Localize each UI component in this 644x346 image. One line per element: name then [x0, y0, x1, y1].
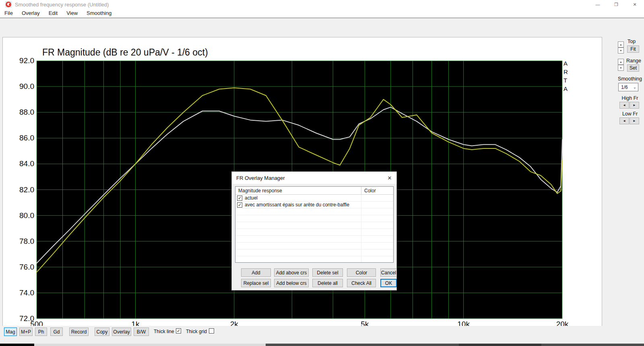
overlay-empty-row — [235, 256, 393, 263]
y-tick-label: 78.0 — [3, 237, 34, 246]
toolbar-button-overlay[interactable]: Overlay — [112, 327, 131, 336]
overlay-empty-row — [235, 215, 393, 222]
right-control-panel: ▲ ▼ Top Fit ▲ ▼ Range Set Smoothing 1/6 … — [616, 37, 644, 134]
menu-bar: FileOverlayEditViewSmoothing — [0, 9, 644, 18]
y-tick-label: 74.0 — [3, 288, 34, 297]
low-fr-left-button[interactable]: ◄ — [619, 117, 629, 124]
top-spin-down-button[interactable]: ▼ — [618, 47, 624, 54]
arta-watermark-letter: T — [564, 76, 568, 84]
arrow-left-icon: ◄ — [623, 119, 626, 123]
toolbar-button-ph[interactable]: Ph — [35, 327, 47, 336]
delete-all-button[interactable]: Delete all — [312, 279, 343, 287]
y-tick-label: 76.0 — [3, 263, 34, 272]
low-fr-label: Low Fr — [621, 111, 638, 117]
check-all-button[interactable]: Check All — [347, 279, 376, 287]
overlay-empty-row — [235, 249, 393, 256]
overlay-checkbox[interactable]: ✓ — [237, 196, 242, 201]
taskbar-segment[interactable] — [266, 344, 459, 346]
add-button[interactable]: Add — [241, 268, 271, 277]
y-tick-label: 90.0 — [3, 82, 34, 91]
smoothing-dropdown[interactable]: 1/6 ⌄ — [618, 83, 638, 91]
close-button[interactable]: ✕ — [625, 0, 644, 9]
delete-sel-button[interactable]: Delete sel — [312, 268, 343, 277]
toolbar-button-record[interactable]: Record — [69, 327, 89, 336]
add-above-crs-button[interactable]: Add above crs — [274, 268, 309, 277]
range-spin-up-button[interactable]: ▲ — [618, 59, 624, 65]
spin-up-icon: ▲ — [620, 61, 622, 63]
overlay-empty-row — [235, 222, 393, 229]
y-tick-label: 92.0 — [3, 56, 34, 65]
chart-title: FR Magnitude (dB re 20 uPa/V - 1/6 oct) — [42, 47, 208, 58]
overlay-label: avec amortissant épais sur arête du cont… — [245, 202, 349, 208]
arrow-right-icon: ► — [633, 103, 636, 107]
overlay-list-header: Magnitude response Color — [235, 187, 393, 195]
color-button[interactable]: Color — [347, 268, 376, 277]
taskbar-segment[interactable] — [34, 344, 266, 346]
taskbar-segment[interactable] — [459, 344, 541, 346]
top-label: Top — [627, 39, 636, 44]
range-label: Range — [626, 58, 641, 64]
menu-item-smoothing[interactable]: Smoothing — [82, 9, 116, 18]
low-fr-right-button[interactable]: ► — [630, 117, 639, 124]
y-tick-label: 86.0 — [3, 134, 34, 142]
arta-watermark-letter: R — [564, 68, 568, 76]
taskbar-segment[interactable] — [541, 344, 644, 346]
toolbar-button-gd[interactable]: Gd — [50, 327, 63, 336]
bottom-toolbar: Thick line ✓ Thick grid MagM+PPhGdRecord… — [0, 326, 644, 344]
add-below-crs-button[interactable]: Add below crs — [274, 279, 309, 287]
thick-grid-label: Thick grid — [186, 329, 207, 334]
minimize-button[interactable]: — — [588, 0, 607, 9]
high-fr-right-button[interactable]: ► — [630, 102, 639, 109]
arta-watermark-letter: A — [564, 59, 568, 68]
overlay-row[interactable]: ✓actuel — [235, 195, 393, 202]
dialog-title-bar: FR Overlay Manager ✕ — [232, 172, 396, 184]
overlay-row[interactable]: ✓avec amortissant épais sur arête du con… — [235, 202, 393, 208]
dialog-close-icon[interactable]: ✕ — [383, 172, 396, 184]
toolbar-button-mp[interactable]: M+P — [19, 327, 33, 336]
arrow-left-icon: ◄ — [623, 103, 626, 107]
menu-item-edit[interactable]: Edit — [44, 9, 62, 18]
smoothing-label: Smoothing — [617, 76, 643, 82]
y-tick-label: 84.0 — [3, 159, 34, 168]
taskbar-sliver — [0, 344, 644, 346]
restore-button[interactable]: ❐ — [607, 0, 625, 9]
thick-line-checkbox[interactable]: ✓ — [176, 328, 181, 334]
menu-item-file[interactable]: File — [0, 9, 17, 18]
dialog-title: FR Overlay Manager — [236, 175, 285, 181]
title-bar: Smoothed frequency response (Untitled) —… — [0, 0, 644, 9]
column-magnitude-response: Magnitude response — [235, 187, 361, 194]
cancel-button[interactable]: Cancel — [380, 268, 397, 277]
toolbar-button-bw[interactable]: B/W — [134, 327, 149, 336]
chevron-down-icon: ⌄ — [632, 85, 638, 89]
toolbar-button-copy[interactable]: Copy — [95, 327, 109, 336]
window-title: Smoothed frequency response (Untitled) — [15, 2, 109, 8]
app-logo-icon — [5, 1, 12, 8]
overlay-empty-row — [235, 236, 393, 243]
overlay-empty-row — [235, 243, 393, 249]
client-area: FR Magnitude (dB re 20 uPa/V - 1/6 oct) … — [0, 19, 644, 344]
overlay-empty-row — [235, 229, 393, 236]
overlay-label: actuel — [245, 195, 258, 201]
top-spin-up-button[interactable]: ▲ — [618, 41, 624, 47]
set-button[interactable]: Set — [627, 64, 639, 72]
range-spin-down-button[interactable]: ▼ — [618, 65, 624, 71]
fit-button[interactable]: Fit — [627, 45, 639, 53]
high-fr-left-button[interactable]: ◄ — [619, 102, 629, 109]
replace-sel-button[interactable]: Replace sel — [241, 279, 271, 287]
column-color: Color — [361, 187, 393, 194]
thick-grid-checkbox[interactable] — [209, 328, 214, 334]
ok-button[interactable]: OK — [380, 279, 397, 287]
arta-watermark-letter: A — [564, 84, 568, 93]
fr-overlay-manager-dialog: FR Overlay Manager ✕ Magnitude response … — [231, 171, 397, 290]
spin-down-icon: ▼ — [620, 67, 622, 69]
overlay-list[interactable]: Magnitude response Color ✓actuel✓avec am… — [235, 186, 394, 263]
high-fr-label: High Fr — [621, 95, 638, 101]
thick-line-label: Thick line — [154, 329, 174, 334]
taskbar-segment[interactable] — [0, 344, 34, 346]
arta-watermark: ARTA — [564, 59, 568, 93]
menu-item-view[interactable]: View — [62, 9, 82, 18]
overlay-empty-row — [235, 208, 393, 215]
toolbar-button-mag[interactable]: Mag — [4, 327, 17, 336]
menu-item-overlay[interactable]: Overlay — [17, 9, 44, 18]
overlay-checkbox[interactable]: ✓ — [237, 202, 242, 208]
